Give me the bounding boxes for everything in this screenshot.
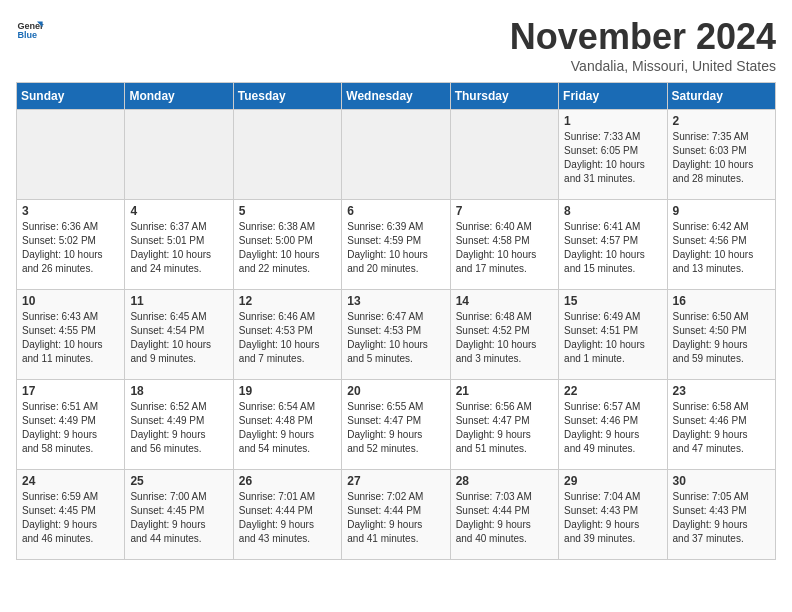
day-number: 21 — [456, 384, 553, 398]
calendar-cell: 25Sunrise: 7:00 AM Sunset: 4:45 PM Dayli… — [125, 470, 233, 560]
day-number: 25 — [130, 474, 227, 488]
calendar-cell: 15Sunrise: 6:49 AM Sunset: 4:51 PM Dayli… — [559, 290, 667, 380]
location: Vandalia, Missouri, United States — [510, 58, 776, 74]
weekday-header: Tuesday — [233, 83, 341, 110]
calendar-cell: 22Sunrise: 6:57 AM Sunset: 4:46 PM Dayli… — [559, 380, 667, 470]
day-number: 27 — [347, 474, 444, 488]
calendar-cell — [233, 110, 341, 200]
title-area: November 2024 Vandalia, Missouri, United… — [510, 16, 776, 74]
day-number: 4 — [130, 204, 227, 218]
day-detail: Sunrise: 6:52 AM Sunset: 4:49 PM Dayligh… — [130, 400, 227, 456]
day-number: 1 — [564, 114, 661, 128]
calendar-week-row: 10Sunrise: 6:43 AM Sunset: 4:55 PM Dayli… — [17, 290, 776, 380]
calendar-body: 1Sunrise: 7:33 AM Sunset: 6:05 PM Daylig… — [17, 110, 776, 560]
day-detail: Sunrise: 6:55 AM Sunset: 4:47 PM Dayligh… — [347, 400, 444, 456]
calendar-cell: 19Sunrise: 6:54 AM Sunset: 4:48 PM Dayli… — [233, 380, 341, 470]
calendar-cell: 2Sunrise: 7:35 AM Sunset: 6:03 PM Daylig… — [667, 110, 775, 200]
day-number: 5 — [239, 204, 336, 218]
calendar-week-row: 3Sunrise: 6:36 AM Sunset: 5:02 PM Daylig… — [17, 200, 776, 290]
calendar-cell: 16Sunrise: 6:50 AM Sunset: 4:50 PM Dayli… — [667, 290, 775, 380]
day-detail: Sunrise: 7:02 AM Sunset: 4:44 PM Dayligh… — [347, 490, 444, 546]
day-detail: Sunrise: 6:41 AM Sunset: 4:57 PM Dayligh… — [564, 220, 661, 276]
weekday-header-row: SundayMondayTuesdayWednesdayThursdayFrid… — [17, 83, 776, 110]
calendar-week-row: 24Sunrise: 6:59 AM Sunset: 4:45 PM Dayli… — [17, 470, 776, 560]
day-detail: Sunrise: 6:45 AM Sunset: 4:54 PM Dayligh… — [130, 310, 227, 366]
day-detail: Sunrise: 7:05 AM Sunset: 4:43 PM Dayligh… — [673, 490, 770, 546]
day-detail: Sunrise: 7:00 AM Sunset: 4:45 PM Dayligh… — [130, 490, 227, 546]
page-header: General Blue November 2024 Vandalia, Mis… — [16, 16, 776, 74]
calendar-cell: 18Sunrise: 6:52 AM Sunset: 4:49 PM Dayli… — [125, 380, 233, 470]
day-number: 30 — [673, 474, 770, 488]
calendar-cell: 27Sunrise: 7:02 AM Sunset: 4:44 PM Dayli… — [342, 470, 450, 560]
weekday-header: Thursday — [450, 83, 558, 110]
day-detail: Sunrise: 6:37 AM Sunset: 5:01 PM Dayligh… — [130, 220, 227, 276]
day-detail: Sunrise: 6:46 AM Sunset: 4:53 PM Dayligh… — [239, 310, 336, 366]
day-number: 26 — [239, 474, 336, 488]
calendar-table: SundayMondayTuesdayWednesdayThursdayFrid… — [16, 82, 776, 560]
day-detail: Sunrise: 6:57 AM Sunset: 4:46 PM Dayligh… — [564, 400, 661, 456]
month-title: November 2024 — [510, 16, 776, 58]
day-number: 12 — [239, 294, 336, 308]
calendar-cell: 20Sunrise: 6:55 AM Sunset: 4:47 PM Dayli… — [342, 380, 450, 470]
day-detail: Sunrise: 6:47 AM Sunset: 4:53 PM Dayligh… — [347, 310, 444, 366]
day-detail: Sunrise: 6:40 AM Sunset: 4:58 PM Dayligh… — [456, 220, 553, 276]
day-detail: Sunrise: 6:49 AM Sunset: 4:51 PM Dayligh… — [564, 310, 661, 366]
calendar-cell: 9Sunrise: 6:42 AM Sunset: 4:56 PM Daylig… — [667, 200, 775, 290]
calendar-cell: 1Sunrise: 7:33 AM Sunset: 6:05 PM Daylig… — [559, 110, 667, 200]
day-detail: Sunrise: 6:59 AM Sunset: 4:45 PM Dayligh… — [22, 490, 119, 546]
day-number: 3 — [22, 204, 119, 218]
weekday-header: Wednesday — [342, 83, 450, 110]
weekday-header: Monday — [125, 83, 233, 110]
day-number: 29 — [564, 474, 661, 488]
logo: General Blue — [16, 16, 44, 44]
day-detail: Sunrise: 6:38 AM Sunset: 5:00 PM Dayligh… — [239, 220, 336, 276]
calendar-cell: 13Sunrise: 6:47 AM Sunset: 4:53 PM Dayli… — [342, 290, 450, 380]
day-detail: Sunrise: 7:35 AM Sunset: 6:03 PM Dayligh… — [673, 130, 770, 186]
calendar-cell: 10Sunrise: 6:43 AM Sunset: 4:55 PM Dayli… — [17, 290, 125, 380]
calendar-cell: 4Sunrise: 6:37 AM Sunset: 5:01 PM Daylig… — [125, 200, 233, 290]
calendar-cell — [17, 110, 125, 200]
weekday-header: Saturday — [667, 83, 775, 110]
day-detail: Sunrise: 6:50 AM Sunset: 4:50 PM Dayligh… — [673, 310, 770, 366]
day-number: 13 — [347, 294, 444, 308]
calendar-week-row: 17Sunrise: 6:51 AM Sunset: 4:49 PM Dayli… — [17, 380, 776, 470]
day-detail: Sunrise: 6:56 AM Sunset: 4:47 PM Dayligh… — [456, 400, 553, 456]
calendar-cell: 11Sunrise: 6:45 AM Sunset: 4:54 PM Dayli… — [125, 290, 233, 380]
day-detail: Sunrise: 6:54 AM Sunset: 4:48 PM Dayligh… — [239, 400, 336, 456]
day-detail: Sunrise: 6:51 AM Sunset: 4:49 PM Dayligh… — [22, 400, 119, 456]
calendar-week-row: 1Sunrise: 7:33 AM Sunset: 6:05 PM Daylig… — [17, 110, 776, 200]
calendar-cell — [450, 110, 558, 200]
calendar-cell: 29Sunrise: 7:04 AM Sunset: 4:43 PM Dayli… — [559, 470, 667, 560]
calendar-cell: 8Sunrise: 6:41 AM Sunset: 4:57 PM Daylig… — [559, 200, 667, 290]
calendar-cell: 23Sunrise: 6:58 AM Sunset: 4:46 PM Dayli… — [667, 380, 775, 470]
day-detail: Sunrise: 6:43 AM Sunset: 4:55 PM Dayligh… — [22, 310, 119, 366]
day-detail: Sunrise: 6:58 AM Sunset: 4:46 PM Dayligh… — [673, 400, 770, 456]
day-detail: Sunrise: 7:04 AM Sunset: 4:43 PM Dayligh… — [564, 490, 661, 546]
calendar-cell: 5Sunrise: 6:38 AM Sunset: 5:00 PM Daylig… — [233, 200, 341, 290]
day-detail: Sunrise: 6:42 AM Sunset: 4:56 PM Dayligh… — [673, 220, 770, 276]
day-number: 7 — [456, 204, 553, 218]
day-number: 8 — [564, 204, 661, 218]
svg-text:Blue: Blue — [17, 30, 37, 40]
calendar-cell: 12Sunrise: 6:46 AM Sunset: 4:53 PM Dayli… — [233, 290, 341, 380]
calendar-header: SundayMondayTuesdayWednesdayThursdayFrid… — [17, 83, 776, 110]
day-number: 28 — [456, 474, 553, 488]
day-detail: Sunrise: 6:48 AM Sunset: 4:52 PM Dayligh… — [456, 310, 553, 366]
day-detail: Sunrise: 6:36 AM Sunset: 5:02 PM Dayligh… — [22, 220, 119, 276]
calendar-cell: 6Sunrise: 6:39 AM Sunset: 4:59 PM Daylig… — [342, 200, 450, 290]
day-number: 6 — [347, 204, 444, 218]
day-number: 16 — [673, 294, 770, 308]
calendar-cell: 7Sunrise: 6:40 AM Sunset: 4:58 PM Daylig… — [450, 200, 558, 290]
day-number: 23 — [673, 384, 770, 398]
day-number: 14 — [456, 294, 553, 308]
calendar-cell — [342, 110, 450, 200]
day-number: 10 — [22, 294, 119, 308]
day-number: 19 — [239, 384, 336, 398]
day-detail: Sunrise: 7:33 AM Sunset: 6:05 PM Dayligh… — [564, 130, 661, 186]
calendar-cell: 3Sunrise: 6:36 AM Sunset: 5:02 PM Daylig… — [17, 200, 125, 290]
day-number: 2 — [673, 114, 770, 128]
day-detail: Sunrise: 6:39 AM Sunset: 4:59 PM Dayligh… — [347, 220, 444, 276]
day-number: 15 — [564, 294, 661, 308]
day-number: 22 — [564, 384, 661, 398]
logo-icon: General Blue — [16, 16, 44, 44]
